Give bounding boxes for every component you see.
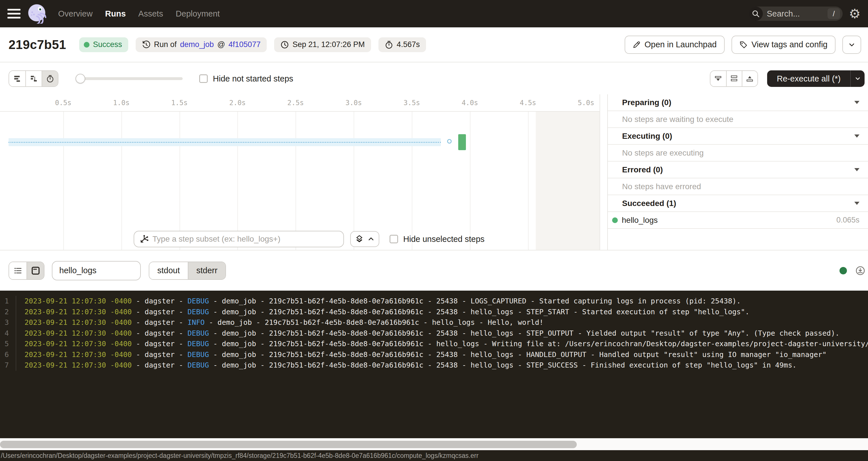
dagster-run-page: OverviewRunsAssetsDeployment / ⚙ 219c7b5… [0, 0, 868, 461]
panel-section-title: Errored (0) [622, 165, 663, 174]
history-icon [142, 40, 151, 49]
log-file-statusbar: /Users/erincochran/Desktop/dagster-examp… [0, 450, 868, 461]
search-input[interactable] [763, 9, 828, 19]
log-line-number: 5 [0, 338, 16, 349]
axis-tick-label: 4.5s [520, 99, 536, 107]
log-line-number: 7 [0, 360, 16, 371]
log-line-content: 2023-09-21 12:07:30 -0400 - dagster - DE… [16, 338, 868, 349]
panel-step-row[interactable]: hello_logs0.065s [608, 212, 868, 229]
settings-gear-icon[interactable]: ⚙ [849, 7, 861, 20]
hide-not-started-label: Hide not started steps [213, 74, 293, 84]
step-duration: 0.065s [836, 216, 860, 224]
global-search[interactable]: / [749, 6, 843, 21]
panel-section-executing[interactable]: Executing (0) [608, 128, 868, 145]
collapse-rows-icon[interactable] [710, 71, 726, 86]
raw-log-view-icon[interactable] [27, 262, 44, 279]
axis-tick-label: 2.5s [287, 99, 304, 107]
log-segment-t: - demo_job - 219c7b51-b62f-4e5b-8de8-0e7… [209, 340, 868, 348]
log-line-number: 2 [0, 307, 16, 317]
view-tags-config-button[interactable]: View tags and config [732, 36, 836, 54]
log-line: 42023-09-21 12:07:30 -0400 - dagster - D… [0, 328, 868, 339]
panel-section-preparing[interactable]: Preparing (0) [608, 94, 868, 111]
log-step-filter-input[interactable] [52, 261, 141, 280]
menu-icon[interactable] [7, 9, 21, 19]
axis-tick-label: 3.5s [404, 99, 420, 107]
step-name: hello_logs [622, 216, 658, 225]
download-log-icon[interactable] [856, 266, 865, 276]
log-segment-t: - dagster - [132, 297, 187, 305]
nav-item-overview[interactable]: Overview [58, 9, 93, 19]
top-navbar: OverviewRunsAssetsDeployment / ⚙ [0, 0, 868, 27]
step-subset-input[interactable] [152, 235, 338, 244]
panel-section-succeeded[interactable]: Succeeded (1) [608, 195, 868, 212]
log-line: 32023-09-21 12:07:30 -0400 - dagster - I… [0, 317, 868, 328]
expand-up-icon[interactable] [742, 71, 757, 86]
log-segment-lvl: DEBUG [187, 361, 209, 369]
nav-item-deployment[interactable]: Deployment [176, 9, 220, 19]
hide-unselected-checkbox[interactable] [390, 235, 398, 243]
log-segment-lvl: DEBUG [187, 297, 209, 305]
nav-item-runs[interactable]: Runs [105, 9, 126, 19]
commit-link[interactable]: 4f105077 [228, 40, 261, 49]
raw-log-viewer: 12023-09-21 12:07:30 -0400 - dagster - D… [0, 290, 868, 438]
hide-unselected-label: Hide unselected steps [403, 235, 485, 244]
panel-empty-text: No steps are waiting to execute [608, 111, 868, 128]
expand-rows-icon[interactable] [726, 71, 742, 86]
reexecute-menu-caret[interactable] [850, 70, 865, 87]
job-link[interactable]: demo_job [180, 40, 214, 49]
layers-icon [355, 235, 364, 243]
after-run-end-region [536, 112, 599, 250]
tag-icon [740, 41, 747, 49]
step-waiting-bar[interactable] [8, 138, 441, 146]
reexecute-all-button[interactable]: Re-execute all (*) [767, 70, 865, 87]
step-success-dot-icon [612, 217, 618, 223]
duration-pill: 4.567s [378, 37, 426, 52]
log-segment-lvl: DEBUG [187, 340, 209, 348]
log-line-content: 2023-09-21 12:07:30 -0400 - dagster - DE… [16, 349, 827, 360]
hide-not-started-checkbox[interactable] [199, 74, 208, 83]
zoom-slider[interactable] [75, 74, 183, 84]
log-segment-t: - demo_job - 219c7b51-b62f-4e5b-8de8-0e7… [209, 308, 749, 316]
open-in-launchpad-button[interactable]: Open in Launchpad [625, 36, 725, 54]
log-line-number: 1 [0, 296, 16, 307]
flat-view-icon[interactable] [9, 71, 25, 86]
gridline [470, 112, 470, 250]
status-dot-icon [84, 42, 90, 48]
panel-empty-text: No steps are executing [608, 145, 868, 161]
gantt-chart: 0.5s1.0s1.5s2.0s2.5s3.0s3.5s4.0s4.5s5.0s… [0, 94, 600, 250]
gridline [180, 112, 180, 250]
structured-log-view-icon[interactable] [9, 262, 27, 279]
gridline [296, 112, 296, 250]
collapse-triangle-icon [854, 168, 860, 171]
panel-section-errored[interactable]: Errored (0) [608, 161, 868, 178]
log-segment-t: - demo_job - 219c7b51-b62f-4e5b-8de8-0e7… [209, 350, 827, 359]
tab-stdout[interactable]: stdout [149, 262, 188, 279]
log-line-content: 2023-09-21 12:07:30 -0400 - dagster - IN… [16, 317, 544, 328]
log-segment-t: - dagster - [132, 318, 187, 327]
step-bar-hello_logs[interactable] [458, 134, 466, 150]
clock-icon [280, 40, 289, 49]
axis-tick-label: 5.0s [578, 99, 594, 107]
timed-view-icon[interactable] [41, 71, 58, 86]
nav-item-assets[interactable]: Assets [138, 9, 163, 19]
zoom-slider-track[interactable] [76, 77, 183, 80]
log-segment-t: - demo_job - 219c7b51-b62f-4e5b-8de8-0e7… [209, 361, 797, 369]
dagster-logo-icon[interactable] [27, 4, 47, 24]
tab-stderr[interactable]: stderr [188, 262, 225, 279]
graph-query-toggle-button[interactable] [350, 231, 379, 247]
op-selector-icon [140, 234, 149, 244]
log-segment-ts: 2023-09-21 12:07:30 -0400 [25, 297, 132, 305]
step-subset-inputbox[interactable] [134, 231, 344, 247]
run-actions-menu-button[interactable] [842, 36, 861, 54]
scrollbar-thumb[interactable] [0, 441, 577, 448]
log-segment-t: - dagster - [132, 329, 187, 337]
zoom-slider-knob[interactable] [75, 74, 85, 84]
waterfall-view-icon[interactable] [25, 71, 41, 86]
collapse-triangle-icon [854, 202, 860, 205]
log-toolbar: stdoutstderr [0, 250, 868, 290]
step-start-marker-icon [447, 139, 452, 144]
pencil-icon [632, 41, 641, 49]
log-line-number: 6 [0, 349, 16, 360]
log-segment-ts: 2023-09-21 12:07:30 -0400 [25, 329, 132, 337]
status-badge: Success [79, 37, 128, 52]
